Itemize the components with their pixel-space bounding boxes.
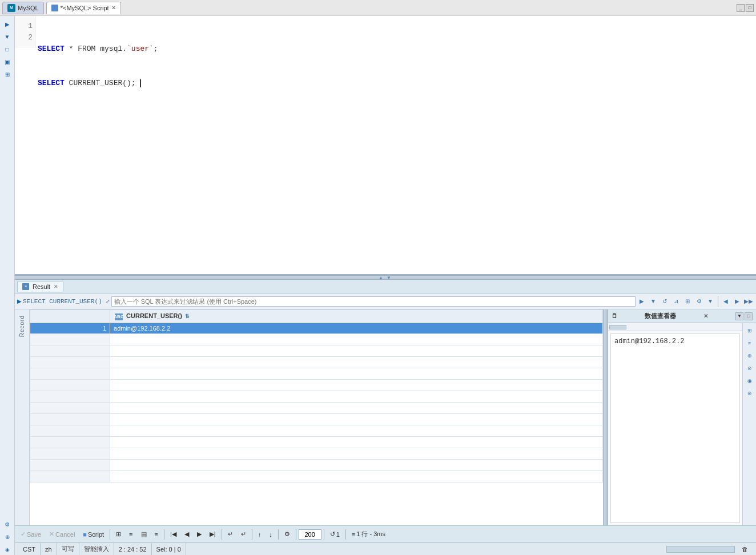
nav-prev-set-btn[interactable]: ≡ [126, 529, 136, 540]
filter-icon[interactable]: ⊿ [671, 296, 681, 307]
nav-prev-page-btn[interactable]: ▤ [138, 529, 150, 540]
close-result-tab-icon[interactable]: ✕ [54, 284, 58, 289]
table-row[interactable]: 1 admin@192.168.2.2 [30, 323, 603, 333]
sort-icon[interactable]: ⇅ [185, 313, 190, 319]
sidebar-btn-4[interactable]: ⊞ [2, 69, 13, 80]
script-button[interactable]: ■ Script [79, 529, 107, 540]
toolbar-sep-6 [296, 529, 296, 540]
sidebar-btn-1[interactable]: ▼ [2, 31, 13, 42]
zh-label: zh [45, 546, 52, 553]
refresh-icon-2: ↺ [330, 530, 335, 538]
save-label: Save [27, 531, 41, 538]
position-label: 2 : 24 : 52 [119, 546, 147, 553]
vv-maximize-btn[interactable]: □ [745, 312, 753, 320]
close-script-tab-icon[interactable]: ✕ [111, 5, 116, 11]
result-tab[interactable]: ≡ Result ✕ [17, 281, 63, 292]
expand-icon[interactable]: ⤢ [106, 299, 110, 304]
table-row-empty-6 [30, 391, 603, 402]
sidebar-btn-5[interactable]: ⊕ [2, 531, 13, 542]
cancel-label: Cancel [55, 531, 75, 538]
nav-first-btn[interactable]: ⊞ [112, 529, 124, 540]
vv-btn-4[interactable]: ⊘ [745, 363, 755, 373]
status-delete-btn[interactable]: 🗑 [737, 546, 753, 553]
last-result-icon[interactable]: ▶▶ [743, 296, 754, 307]
data-grid: ABC CURRENT_USER() ⇅ 1 admin@192.168.2.2 [30, 309, 603, 482]
result-toolbar: ▶ SELECT CURRENT_USER() ⤢ ▶ ▼ ↺ ⊿ ⊞ ⚙ ▼ … [15, 293, 756, 309]
nav-up-btn[interactable]: ↑ [255, 529, 265, 540]
table-row-empty-9 [30, 425, 603, 436]
editor-area[interactable]: 1 2 SELECT * FROM mysql.`user`; SELECT C… [15, 16, 756, 275]
horizontal-splitter[interactable]: ▲ ▼ [15, 275, 756, 280]
vv-btn-3[interactable]: ⊕ [745, 351, 755, 361]
refresh-btn[interactable]: ↺ 1 [327, 529, 343, 540]
vertical-splitter[interactable] [603, 309, 608, 525]
export-icon[interactable]: ⊞ [682, 296, 693, 307]
cell-current-user-1[interactable]: admin@192.168.2.2 [110, 323, 603, 333]
vv-btn-5[interactable]: ◉ [745, 376, 755, 386]
nav-rows-btn[interactable]: ≡ [151, 529, 162, 540]
sidebar-btn-settings[interactable]: ⚙ [2, 518, 13, 530]
next-result-icon[interactable]: ▶ [732, 296, 742, 307]
sidebar-btn-3[interactable]: ▣ [2, 56, 13, 67]
editor-content[interactable]: SELECT * FROM mysql.`user`; SELECT CURRE… [15, 16, 756, 116]
mysql-tab[interactable]: M MySQL [2, 2, 44, 14]
filter-dropdown-icon[interactable]: ▼ [648, 296, 658, 307]
sidebar-btn-run[interactable]: ▶ [2, 18, 13, 30]
bottom-toolbar: ✓ Save ✕ Cancel ■ Script ⊞ ≡ ▤ ≡ |◀ ◀ [15, 525, 756, 542]
mysql-tab-label: MySQL [18, 5, 39, 11]
col-type-icon: ABC [115, 313, 123, 320]
table-row-empty-1 [30, 333, 603, 345]
prev-result-icon[interactable]: ◀ [721, 296, 731, 307]
sidebar-btn-6[interactable]: ◈ [2, 544, 13, 555]
result-body: Record ABC CURRENT_USER() ⇅ [15, 309, 756, 525]
filter-input[interactable] [111, 296, 636, 307]
col-current-user[interactable]: ABC CURRENT_USER() ⇅ [110, 310, 603, 323]
keyword-select-2: SELECT [38, 79, 65, 87]
config-dropdown-icon[interactable]: ▼ [705, 296, 715, 307]
toolbar-sep-3 [222, 529, 222, 540]
minimize-button[interactable]: _ [737, 4, 745, 12]
value-viewer-body: admin@192.168.2.2 ⊞ ≡ ⊕ ⊘ ◉ ⊛ [608, 323, 756, 525]
line-numbers: 1 2 [15, 16, 35, 48]
nav-config-btn[interactable]: ⚙ [281, 529, 293, 540]
value-viewer-content: admin@192.168.2.2 [610, 333, 740, 523]
nav-begin-btn[interactable]: |◀ [167, 529, 180, 540]
nav-forward-btn[interactable]: ▶ [194, 529, 205, 540]
value-viewer-scrollbar-top[interactable] [608, 323, 742, 331]
count-input[interactable] [299, 529, 321, 540]
config-icon[interactable]: ⚙ [694, 296, 704, 307]
status-smart-insert: 智能插入 [79, 543, 114, 555]
script-tab[interactable]: *<MySQL> Script ✕ [46, 2, 121, 14]
data-grid-container[interactable]: ABC CURRENT_USER() ⇅ 1 admin@192.168.2.2 [30, 309, 603, 525]
vv-collapse-btn[interactable]: ▼ [735, 312, 743, 320]
row-indicator-label: Record [19, 315, 25, 337]
sidebar-btn-2[interactable]: □ [2, 43, 13, 55]
vv-btn-2[interactable]: ≡ [745, 338, 755, 348]
value-viewer-scrollbar-thumb[interactable] [609, 325, 626, 329]
status-cst: CST [18, 543, 41, 555]
nav-copy-btn[interactable]: ↵ [238, 529, 250, 540]
value-viewer-header: 🗒 数值查看器 ✕ ▼ □ [608, 309, 756, 323]
cst-label: CST [23, 546, 35, 553]
nav-insert-btn[interactable]: ↵ [224, 529, 236, 540]
restore-button[interactable]: □ [746, 4, 754, 12]
vv-btn-1[interactable]: ⊞ [745, 325, 755, 336]
value-viewer-icon: 🗒 [612, 313, 617, 319]
table-row-empty-3 [30, 356, 603, 368]
table-row-empty-13 [30, 470, 603, 482]
close-value-viewer-icon[interactable]: ✕ [703, 313, 708, 319]
save-button[interactable]: ✓ Save [17, 529, 45, 540]
refresh-icon[interactable]: ↺ [660, 296, 670, 307]
vv-btn-6[interactable]: ⊛ [745, 388, 755, 399]
mode-label: 可写 [62, 545, 74, 553]
table-row-empty-2 [30, 345, 603, 356]
text-cursor [140, 79, 141, 87]
line1-rest: * FROM mysql.`user`; [65, 45, 158, 53]
nav-back-btn[interactable]: ◀ [181, 529, 192, 540]
nav-end-btn[interactable]: ▶| [206, 529, 219, 540]
execute-filter-icon[interactable]: ▶ [637, 296, 647, 307]
toolbar-sep-7 [324, 529, 324, 540]
cancel-button[interactable]: ✕ Cancel [46, 529, 78, 540]
toolbar-sep-4 [252, 529, 252, 540]
nav-down-btn[interactable]: ↓ [266, 529, 276, 540]
